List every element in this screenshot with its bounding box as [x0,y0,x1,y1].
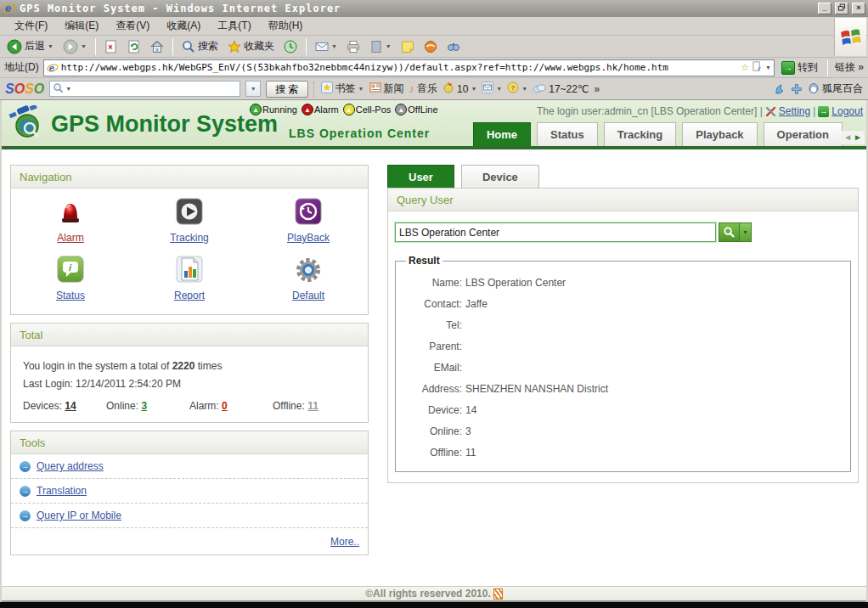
result-row-offline: Offline:11 [403,442,843,463]
history-clock-icon[interactable] [294,197,323,226]
query-address-link[interactable]: Query address [37,460,104,472]
add-favorite-icon[interactable] [752,60,763,76]
menu-view[interactable]: 查看(V) [108,16,157,36]
bar-chart-icon[interactable] [175,255,204,284]
soso-history-dropdown[interactable]: ▼ [245,81,261,97]
favorites-star-icon[interactable]: ☆ [741,62,749,73]
home-button[interactable] [147,38,167,55]
soso-search-input[interactable]: ▼ [49,81,240,97]
setting-link[interactable]: Setting [779,105,810,117]
tab-scroll-left-icon[interactable]: ◄ [843,132,852,143]
address-dropdown-icon[interactable]: ▼ [765,65,771,70]
restore-button[interactable] [835,3,848,14]
total-body: You login in the system a total of 2220 … [11,346,368,422]
refresh-button[interactable] [124,38,144,55]
legend-cellpos: ▲Cell-Pos [343,104,392,115]
forward-icon [63,39,78,54]
soso-overflow-chevron[interactable]: » [594,83,600,95]
gear-icon[interactable] [294,255,323,284]
qq-buddy-item[interactable]: 狐尾百合 [808,82,863,96]
close-button[interactable]: × [852,3,865,14]
soso-news-button[interactable]: 新闻 [369,82,404,96]
login-info: The login user:admin_cn [LBS Operation C… [537,105,863,117]
nav-link-default[interactable]: Default [292,290,324,301]
devices-count-link[interactable]: 14 [65,400,76,412]
legend-running: ▲Running [250,104,297,115]
coin-question-icon: ? [507,82,519,96]
more-link[interactable]: More.. [330,536,359,548]
print-button[interactable] [343,38,364,55]
query-search-button[interactable]: ▼ [719,222,752,242]
mail-button[interactable]: ▼ [312,38,341,55]
translation-link[interactable]: Translation [37,485,87,497]
soso-music-button[interactable]: ♪ 音乐 [409,82,438,96]
tab-scroll-right-icon[interactable]: ► [854,132,862,143]
tab-status[interactable]: Status [537,122,598,146]
address-input[interactable]: e http://www.webgps.hk/WebGPS_EnV/(S(53b… [43,59,775,76]
right-column: User Device Query User ▼ [387,165,859,483]
messenger-button[interactable] [420,38,441,55]
arrow-circle-icon: → [20,461,31,472]
go-arrow-icon: → [781,61,795,75]
add-plus-icon[interactable] [791,83,803,95]
menu-file[interactable]: 文件(F) [7,16,55,36]
research-button[interactable] [443,38,464,55]
menu-tools[interactable]: 工具(T) [210,16,258,36]
tool-row-translation: → Translation [11,479,368,504]
menu-favorites[interactable]: 收藏(A) [159,16,208,36]
search-row: ▼ [395,222,851,242]
menu-edit[interactable]: 编辑(E) [57,16,106,36]
favorites-button[interactable]: 收藏夹 [224,37,278,55]
tab-user[interactable]: User [387,165,454,188]
url-text: http://www.webgps.hk/WebGPS_EnV/(S(53bka… [61,62,738,73]
nav-link-status[interactable]: Status [56,290,85,301]
go-button[interactable]: → 转到 [779,59,820,76]
soso-mail-button[interactable]: ▼ [482,82,502,96]
stop-button[interactable]: × [101,38,121,55]
navigation-title: Navigation [20,171,71,183]
menu-help[interactable]: 帮助(H) [261,16,311,36]
play-button-icon[interactable] [175,197,204,226]
qq-fin-icon[interactable] [774,83,786,95]
soso-bookmark-button[interactable]: 书签▼ [321,82,364,96]
nav-link-report[interactable]: Report [174,290,205,301]
query-user-input[interactable] [395,222,716,242]
soso-weather-item[interactable]: 17~22℃ [533,82,589,95]
forward-button[interactable]: ▼ [59,37,90,56]
info-bubble-icon[interactable]: i [56,255,85,284]
result-row-address: Address:SHENZHEN NANSHAN District [403,378,843,399]
soso-fireworks-button[interactable]: 10▼ [442,82,476,96]
soso-coin-button[interactable]: ? ▼ [507,82,527,96]
tab-tracking[interactable]: Tracking [604,122,676,146]
nav-link-tracking[interactable]: Tracking [170,232,209,244]
note-button[interactable] [397,38,418,55]
page-button[interactable]: ▼ [366,38,395,55]
nav-link-alarm[interactable]: Alarm [57,232,83,244]
page-dropdown-icon: ▼ [386,43,392,49]
search-dropdown-icon[interactable]: ▼ [739,223,751,241]
toolbar-separator [306,38,307,55]
back-button[interactable]: 后退 ▼ [3,37,57,56]
query-ip-link[interactable]: Query IP or Mobile [37,509,121,521]
tab-home[interactable]: Home [473,122,531,146]
tab-playback[interactable]: Playback [682,122,757,146]
login-user-text: The login user:admin_cn [LBS Operation C… [537,105,763,117]
back-dropdown-icon: ▼ [48,43,54,49]
alarm-status-icon: ▲ [302,104,313,115]
tab-operation[interactable]: Operation [764,122,843,146]
online-count-link[interactable]: 3 [141,400,147,412]
minimize-button[interactable]: _ [818,3,831,14]
links-menu[interactable]: 链接 » [835,60,864,75]
logout-link[interactable]: Logout [831,105,863,117]
offline-count-link[interactable]: 11 [307,400,318,412]
soso-search-button[interactable]: 搜 索 [266,81,307,98]
toolbar-separator [95,38,96,55]
history-button[interactable] [280,38,301,55]
nav-link-playback[interactable]: PlayBack [287,232,330,244]
alarm-count-link[interactable]: 0 [222,400,228,412]
search-button[interactable]: 搜索 [178,37,222,55]
soso-engine-dropdown-icon[interactable]: ▼ [65,86,71,92]
tab-device[interactable]: Device [461,165,539,188]
result-fieldset: Result Name:LBS Operation Center Contact… [395,255,851,472]
alarm-siren-icon[interactable] [56,197,85,226]
